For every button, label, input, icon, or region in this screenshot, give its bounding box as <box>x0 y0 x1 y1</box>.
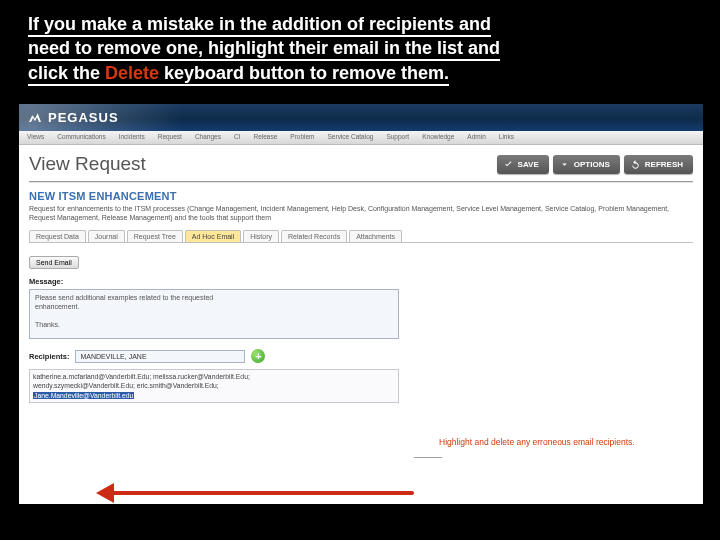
menu-ci[interactable]: CI <box>228 131 247 144</box>
app-header: PEGASUS <box>19 104 703 131</box>
recipient-input[interactable]: MANDEVILLE, JANE <box>75 350 245 363</box>
brand-logo: PEGASUS <box>19 110 119 126</box>
menu-support[interactable]: Support <box>380 131 415 144</box>
options-button[interactable]: OPTIONS <box>553 155 620 174</box>
save-button[interactable]: SAVE <box>497 155 549 174</box>
tab-history[interactable]: History <box>243 230 279 242</box>
tab-attachments[interactable]: Attachments <box>349 230 402 242</box>
menu-incidents[interactable]: Incidents <box>113 131 151 144</box>
app-window: PEGASUS Views Communications Incidents R… <box>19 104 703 504</box>
menu-communications[interactable]: Communications <box>51 131 111 144</box>
selected-recipient[interactable]: Jane.Mandeville@Vanderbilt.edu <box>33 392 134 399</box>
section-description: Request for enhancements to the ITSM pro… <box>19 204 703 230</box>
message-label: Message: <box>29 277 693 286</box>
list-item[interactable]: katherine.a.mcfarland@Vanderbilt.Edu; me… <box>33 373 250 380</box>
list-item[interactable]: wendy.szymecki@Vanderbilt.Edu; eric.smit… <box>33 382 219 389</box>
tab-journal[interactable]: Journal <box>88 230 125 242</box>
callout-text: Highlight and delete any erroneous email… <box>439 437 669 448</box>
instruction-text: If you make a mistake in the addition of… <box>0 0 720 91</box>
arrow-annotation <box>104 479 424 509</box>
menu-changes[interactable]: Changes <box>189 131 227 144</box>
recipients-list[interactable]: katherine.a.mcfarland@Vanderbilt.Edu; me… <box>29 369 399 403</box>
send-email-button[interactable]: Send Email <box>29 256 79 269</box>
tab-ad-hoc-email[interactable]: Ad Hoc Email <box>185 230 241 242</box>
tab-request-data[interactable]: Request Data <box>29 230 86 242</box>
callout-connector <box>414 457 442 458</box>
add-recipient-button[interactable]: + <box>251 349 265 363</box>
refresh-button[interactable]: REFRESH <box>624 155 693 174</box>
message-textarea[interactable]: Please send additional examples related … <box>29 289 399 339</box>
menu-release[interactable]: Release <box>247 131 283 144</box>
tab-related-records[interactable]: Related Records <box>281 230 347 242</box>
tab-strip: Request Data Journal Request Tree Ad Hoc… <box>19 230 703 242</box>
section-title: NEW ITSM ENHANCEMENT <box>19 182 703 204</box>
refresh-icon <box>630 159 641 170</box>
menu-request[interactable]: Request <box>152 131 188 144</box>
menu-views[interactable]: Views <box>21 131 50 144</box>
delete-word: Delete <box>105 63 159 83</box>
menu-knowledge[interactable]: Knowledge <box>416 131 460 144</box>
menu-bar[interactable]: Views Communications Incidents Request C… <box>19 131 703 145</box>
check-icon <box>503 159 514 170</box>
tab-request-tree[interactable]: Request Tree <box>127 230 183 242</box>
menu-service-catalog[interactable]: Service Catalog <box>322 131 380 144</box>
menu-admin[interactable]: Admin <box>461 131 491 144</box>
page-title: View Request <box>29 153 146 175</box>
pegasus-icon <box>27 110 43 126</box>
menu-problem[interactable]: Problem <box>284 131 320 144</box>
recipients-label: Recipients: <box>29 352 69 361</box>
menu-links[interactable]: Links <box>493 131 520 144</box>
caret-down-icon <box>559 159 570 170</box>
